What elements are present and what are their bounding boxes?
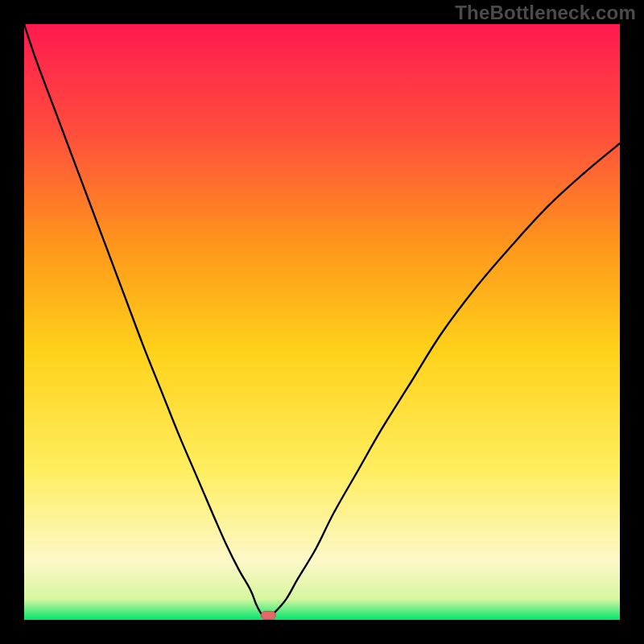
background-gradient [24,24,620,620]
plot-area [24,24,620,620]
minimum-marker [261,611,275,619]
watermark-text: TheBottleneck.com [455,2,636,24]
bottleneck-chart [24,24,620,620]
chart-frame: TheBottleneck.com [0,0,644,644]
